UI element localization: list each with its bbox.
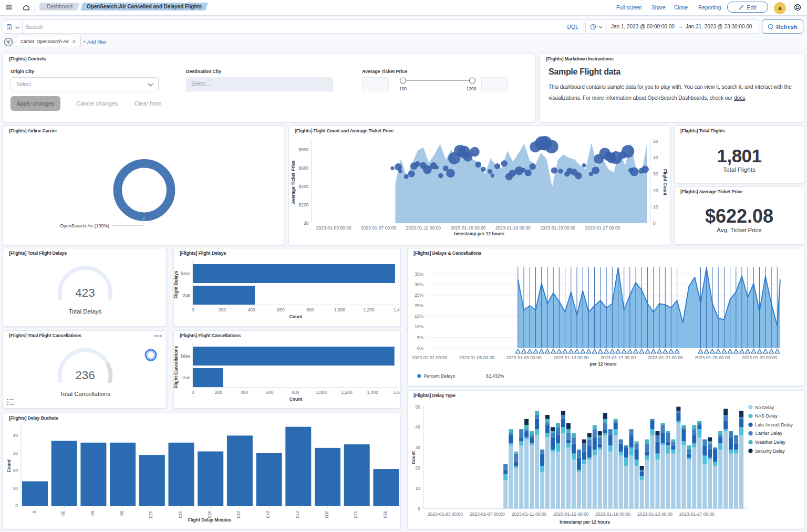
svg-text:Late Aircraft Delay: Late Aircraft Delay [755, 422, 793, 427]
svg-text:true: true [182, 293, 190, 298]
svg-text:$400: $400 [298, 184, 308, 189]
svg-text:Security Delay: Security Delay [755, 448, 785, 454]
svg-text:1,400: 1,400 [367, 390, 378, 395]
svg-text:2023-01-21 00:00: 2023-01-21 00:00 [648, 355, 683, 360]
svg-text:15%: 15% [415, 314, 423, 319]
svg-text:30: 30 [653, 171, 658, 176]
svg-text:20%: 20% [415, 303, 423, 308]
svg-text:1,4: 1,4 [394, 307, 400, 312]
svg-text:40: 40 [13, 433, 18, 438]
svg-text:40: 40 [415, 424, 420, 430]
svg-text:NAS Delay: NAS Delay [755, 413, 778, 419]
svg-text:Weather Delay: Weather Delay [755, 440, 786, 445]
svg-text:Average Ticket Price: Average Ticket Price [291, 160, 296, 204]
svg-text:0: 0 [192, 390, 194, 395]
svg-text:0%: 0% [417, 346, 424, 351]
svg-text:2023-01-03 00:00: 2023-01-03 00:00 [428, 512, 463, 517]
svg-text:2023-01-11 00:00: 2023-01-11 00:00 [406, 225, 441, 231]
svg-text:2023-01-23 00:00: 2023-01-23 00:00 [637, 512, 672, 517]
svg-text:Total Cancellations: Total Cancellations [60, 391, 111, 397]
svg-text:60: 60 [90, 510, 95, 516]
svg-text:0: 0 [15, 503, 18, 508]
svg-text:Flight Delay Minutes: Flight Delay Minutes [188, 517, 232, 523]
svg-text:2023-01-05 00:00: 2023-01-05 00:00 [459, 355, 494, 360]
svg-text:Carrier Delay: Carrier Delay [755, 431, 782, 436]
svg-text:236: 236 [75, 369, 95, 382]
svg-text:270: 270 [295, 510, 300, 518]
svg-text:2023-01-11 00:00: 2023-01-11 00:00 [512, 512, 547, 517]
svg-text:1,000: 1,000 [334, 307, 346, 312]
svg-text:2023-01-15 00:00: 2023-01-15 00:00 [553, 512, 588, 517]
svg-text:10%: 10% [415, 324, 423, 329]
svg-text:2023-01-07 00:00: 2023-01-07 00:00 [470, 512, 505, 517]
svg-text:$800: $800 [298, 147, 308, 152]
svg-text:0: 0 [32, 510, 37, 513]
svg-text:210: 210 [236, 510, 241, 518]
svg-text:800: 800 [292, 390, 299, 395]
svg-text:0: 0 [653, 221, 656, 226]
svg-text:0: 0 [192, 307, 194, 312]
svg-text:423: 423 [75, 286, 95, 299]
svg-text:120: 120 [148, 510, 153, 518]
svg-text:1,200: 1,200 [363, 307, 375, 312]
svg-text:240: 240 [265, 510, 271, 518]
svg-text:200: 200 [219, 307, 226, 312]
svg-text:800: 800 [306, 307, 314, 312]
svg-text:2023-01-09 00:00: 2023-01-09 00:00 [506, 355, 541, 360]
svg-text:No Delay: No Delay [755, 405, 774, 410]
svg-text:1,000: 1,000 [316, 390, 327, 395]
svg-text:Total Delays: Total Delays [69, 308, 102, 315]
svg-text:32.432%: 32.432% [486, 373, 504, 379]
svg-text:50: 50 [653, 139, 658, 144]
svg-text:600: 600 [266, 390, 274, 395]
svg-text:30%: 30% [415, 282, 423, 287]
svg-text:2023-01-03 00:00: 2023-01-03 00:00 [316, 225, 351, 231]
svg-text:Flight Cancellations: Flight Cancellations [174, 346, 179, 388]
svg-text:30: 30 [415, 445, 420, 450]
svg-text:per 12 hours: per 12 hours [589, 361, 616, 367]
svg-text:false: false [181, 353, 190, 359]
svg-text:2023-01-01 00:00: 2023-01-01 00:00 [412, 355, 447, 360]
svg-text:timestamp per 12 hours: timestamp per 12 hours [560, 519, 610, 525]
svg-text:30: 30 [13, 451, 18, 456]
svg-text:30: 30 [60, 510, 66, 516]
svg-text:20: 20 [415, 465, 420, 471]
svg-text:35%: 35% [415, 272, 423, 277]
svg-text:2023-01-17 00:00: 2023-01-17 00:00 [601, 355, 636, 360]
svg-text:330: 330 [353, 510, 358, 518]
svg-text:2023-01-15 00:00: 2023-01-15 00:00 [450, 225, 485, 231]
svg-text:1,6: 1,6 [394, 390, 400, 395]
svg-text:400: 400 [248, 307, 255, 312]
svg-text:5%: 5% [417, 335, 424, 340]
svg-text:0: 0 [418, 506, 420, 512]
svg-text:25%: 25% [415, 293, 423, 298]
svg-text:40: 40 [653, 155, 658, 160]
svg-text:300: 300 [324, 510, 329, 518]
svg-text:10: 10 [13, 486, 18, 491]
svg-text:$600: $600 [298, 165, 308, 171]
svg-text:2023-01-27 00:00: 2023-01-27 00:00 [679, 512, 715, 517]
svg-text:200: 200 [215, 390, 222, 395]
svg-text:90: 90 [119, 510, 125, 516]
svg-text:true: true [182, 375, 190, 380]
svg-text:360: 360 [382, 510, 388, 518]
svg-text:2023-01-29 00:00: 2023-01-29 00:00 [742, 355, 777, 360]
svg-text:1,200: 1,200 [342, 390, 353, 395]
svg-text:100: 100 [399, 86, 407, 91]
svg-text:1200: 1200 [467, 86, 477, 91]
svg-text:10: 10 [415, 486, 420, 491]
svg-text:10: 10 [653, 204, 658, 210]
svg-text:2023-01-27 00:00: 2023-01-27 00:00 [585, 225, 620, 231]
svg-text:Count: Count [411, 451, 416, 464]
svg-text:600: 600 [277, 307, 285, 312]
svg-text:Count: Count [289, 397, 303, 402]
svg-text:timestamp per 12 hours: timestamp per 12 hours [454, 231, 504, 236]
svg-text:2023-01-07 00:00: 2023-01-07 00:00 [361, 225, 396, 231]
svg-text:20: 20 [653, 188, 658, 193]
svg-text:$0: $0 [304, 221, 309, 226]
svg-text:Count: Count [289, 314, 303, 319]
svg-text:150: 150 [178, 510, 183, 518]
svg-text:Count: Count [6, 460, 12, 473]
svg-text:20: 20 [13, 468, 18, 473]
svg-text:2023-01-19 00:00: 2023-01-19 00:00 [595, 512, 630, 517]
